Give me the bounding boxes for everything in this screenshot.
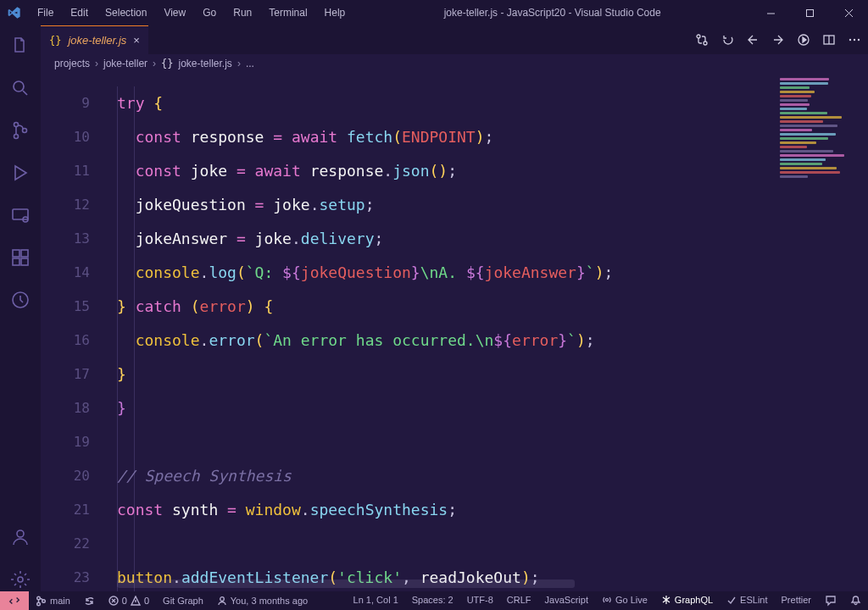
svg-point-8	[14, 81, 24, 92]
source-control-icon[interactable]	[8, 119, 32, 142]
eol-indicator[interactable]: CRLF	[500, 595, 538, 605]
line-number: 11	[41, 154, 108, 188]
split-editor-icon[interactable]	[822, 33, 836, 47]
code-line[interactable]: console.log(`Q: ${jokeQuestion}\nA. ${jo…	[117, 256, 775, 290]
svg-rect-16	[21, 258, 28, 265]
problems-indicator[interactable]: 0 0	[102, 591, 156, 610]
code-line[interactable]: } catch (error) {	[117, 290, 775, 324]
line-number: 13	[41, 222, 108, 256]
svg-point-7	[858, 39, 860, 41]
indentation-indicator[interactable]: Spaces: 2	[405, 595, 460, 605]
line-number: 19	[41, 425, 108, 459]
js-file-icon: {}	[49, 35, 61, 47]
maximize-button[interactable]	[790, 0, 829, 25]
menu-item[interactable]: File	[29, 0, 62, 25]
line-number: 15	[41, 290, 108, 324]
gitgraph-indicator[interactable]: Git Graph	[156, 591, 210, 610]
more-icon[interactable]	[848, 33, 861, 47]
feedback-icon[interactable]	[818, 595, 843, 607]
line-number: 14	[41, 256, 108, 290]
go-forward-icon[interactable]	[771, 33, 785, 47]
close-button[interactable]	[829, 0, 868, 25]
svg-point-25	[220, 597, 224, 602]
code-content[interactable]: try { const response = await fetch(ENDPO…	[117, 86, 775, 591]
settings-gear-icon[interactable]	[8, 568, 32, 591]
code-editor[interactable]: 91011121314151617181920212223 try { cons…	[41, 73, 868, 591]
svg-point-2	[704, 42, 707, 45]
svg-rect-0	[806, 9, 813, 16]
prettier-indicator[interactable]: Prettier	[775, 595, 818, 605]
code-line[interactable]: console.error(`An error has occurred.\n$…	[117, 324, 775, 358]
editor-tab[interactable]: {} joke-teller.js ×	[41, 25, 148, 54]
extensions-icon[interactable]	[8, 246, 32, 269]
svg-rect-14	[13, 250, 19, 257]
menu-item[interactable]: Selection	[97, 0, 155, 25]
tab-close-icon[interactable]: ×	[133, 34, 140, 47]
branch-indicator[interactable]: main	[29, 591, 77, 610]
breadcrumb-segment[interactable]: joke-teller	[103, 58, 147, 69]
window-title: joke-teller.js - JavaScript20 - Visual S…	[353, 7, 751, 19]
code-line[interactable]: }	[117, 358, 775, 391]
breadcrumb-segment[interactable]: ...	[246, 58, 254, 69]
vscode-logo-icon	[0, 6, 29, 19]
run-debug-icon[interactable]	[8, 161, 32, 185]
explorer-icon[interactable]	[8, 34, 32, 58]
menu-item[interactable]: Go	[194, 0, 225, 25]
encoding-indicator[interactable]: UTF-8	[460, 595, 500, 605]
cursor-position[interactable]: Ln 1, Col 1	[347, 595, 405, 605]
svg-point-19	[17, 530, 24, 537]
menu-item[interactable]: View	[155, 0, 194, 25]
code-line[interactable]: const synth = window.speechSynthesis;	[117, 493, 775, 527]
graphql-indicator[interactable]: GraphQL	[654, 595, 720, 605]
code-line[interactable]	[117, 527, 775, 561]
minimize-button[interactable]	[751, 0, 790, 25]
line-number: 12	[41, 188, 108, 222]
remote-explorer-icon[interactable]	[8, 203, 32, 227]
account-icon[interactable]	[8, 525, 32, 549]
svg-rect-15	[13, 258, 19, 265]
bell-icon[interactable]	[843, 595, 868, 606]
editor-actions	[695, 25, 861, 54]
breadcrumb-segment[interactable]: joke-teller.js	[179, 58, 232, 69]
code-line[interactable]: }	[117, 391, 775, 425]
chevron-right-icon: ›	[153, 58, 156, 69]
code-line[interactable]: const response = await fetch(ENDPOINT);	[117, 120, 775, 154]
git-compare-icon[interactable]	[695, 33, 709, 47]
remote-button[interactable]	[0, 591, 29, 610]
sync-indicator[interactable]	[77, 591, 102, 610]
eslint-indicator[interactable]: ESLint	[720, 595, 774, 605]
code-line[interactable]	[117, 425, 775, 459]
activity-bar	[0, 25, 41, 591]
timeline-icon[interactable]	[8, 288, 32, 312]
code-line[interactable]: const joke = await response.json();	[117, 154, 775, 188]
line-number: 18	[41, 391, 108, 425]
line-number: 10	[41, 120, 108, 154]
revert-icon[interactable]	[721, 33, 734, 47]
line-number-gutter: 91011121314151617181920212223	[41, 73, 108, 591]
title-bar: File Edit Selection View Go Run Terminal…	[0, 0, 868, 25]
line-number: 22	[41, 527, 108, 561]
breadcrumb[interactable]: projects › joke-teller › {} joke-teller.…	[41, 54, 868, 73]
code-line[interactable]: jokeQuestion = joke.setup;	[117, 188, 775, 222]
code-line[interactable]: // Speech Synthesis	[117, 459, 775, 493]
menu-item[interactable]: Help	[316, 0, 354, 25]
golive-indicator[interactable]: Go Live	[595, 595, 654, 605]
js-file-icon: {}	[161, 58, 173, 69]
blame-indicator[interactable]: You, 3 months ago	[210, 591, 314, 610]
run-icon[interactable]	[797, 33, 810, 47]
line-number: 16	[41, 324, 108, 358]
code-line[interactable]: try {	[117, 86, 775, 120]
search-icon[interactable]	[8, 76, 32, 100]
breadcrumb-segment[interactable]: projects	[54, 58, 90, 69]
tab-label: joke-teller.js	[68, 34, 126, 47]
status-bar: main 0 0 Git Graph You, 3 months ago Ln …	[0, 591, 868, 610]
go-back-icon[interactable]	[746, 33, 760, 47]
horizontal-scrollbar[interactable]	[117, 580, 575, 588]
menu-item[interactable]: Run	[225, 0, 260, 25]
language-indicator[interactable]: JavaScript	[538, 595, 595, 605]
code-line[interactable]: jokeAnswer = joke.delivery;	[117, 222, 775, 256]
menu-item[interactable]: Terminal	[260, 0, 315, 25]
svg-point-11	[23, 129, 27, 133]
menu-item[interactable]: Edit	[62, 0, 97, 25]
minimap[interactable]	[775, 73, 868, 591]
